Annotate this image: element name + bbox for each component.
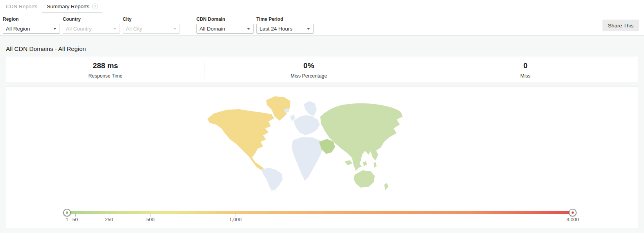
tab-cdn-reports[interactable]: CDN Reports (5, 0, 38, 13)
map-region-uk[interactable] (290, 114, 295, 121)
stat-miss: 0Miss (413, 56, 638, 82)
filter-time-period: Time PeriodLast 24 Hours (256, 16, 314, 34)
map-region-europe[interactable] (294, 115, 320, 135)
map-region-indochina[interactable] (370, 149, 378, 161)
map-region-south-america[interactable] (261, 168, 283, 191)
filter-label-region: Region (3, 16, 60, 22)
tab-cdn-reports-label: CDN Reports (6, 0, 37, 13)
map-region-australia[interactable] (354, 170, 375, 188)
chevron-down-icon (307, 28, 310, 30)
report-title: All CDN Domains - All Region (6, 45, 86, 52)
stat-response-time: 288 msResponse Time (6, 56, 205, 82)
slider-tick-label-1: 1 (66, 217, 69, 222)
stat-value-miss-percentage: 0% (303, 61, 314, 70)
heatmap-range-slider: 1502505001,0003,000 (67, 211, 573, 214)
chevron-down-icon (113, 28, 116, 30)
map-region-new-zealand[interactable] (384, 183, 388, 190)
filter-select-region[interactable]: All Region (3, 24, 60, 34)
map-panel: 1502505001,0003,000 (6, 86, 638, 228)
slider-handle-max[interactable] (569, 209, 577, 217)
slider-tick-mark (236, 214, 236, 217)
summary-stats-panel: 288 msResponse Time0%Miss Percentage0Mis… (6, 56, 638, 82)
filter-value-country: All Country (66, 26, 92, 32)
slider-tick-label-50: 50 (73, 217, 78, 222)
stat-value-miss: 0 (523, 61, 528, 70)
filter-label-cdn-domain: CDN Domain (196, 16, 254, 22)
map-region-africa[interactable] (292, 137, 323, 181)
close-tab-icon[interactable]: × (92, 4, 98, 9)
filter-divider (190, 17, 190, 35)
map-region-north-america[interactable] (207, 109, 274, 170)
chevron-down-icon (53, 28, 56, 30)
filter-label-city: City (123, 16, 180, 22)
filter-value-time-period: Last 24 Hours (259, 26, 292, 32)
slider-handle-dot (66, 211, 68, 214)
slider-tick-label-1-000: 1,000 (229, 217, 241, 222)
world-map (204, 92, 408, 191)
tab-bar: CDN Reports Summary Reports × (0, 0, 644, 13)
filter-select-country: All Country (63, 24, 120, 34)
slider-tick-label-3-000: 3,000 (566, 217, 579, 222)
filter-label-time-period: Time Period (256, 16, 314, 22)
filter-region: RegionAll Region (3, 16, 60, 34)
slider-handle-dot (571, 211, 574, 214)
filter-bar: RegionAll RegionCountryAll CountryCityAl… (0, 13, 644, 36)
filter-select-city: All City (123, 24, 180, 34)
stat-label-miss: Miss (521, 73, 531, 79)
slider-handle-min[interactable] (63, 209, 71, 217)
slider-tick-mark (109, 214, 109, 217)
share-this-button[interactable]: Share This (602, 20, 639, 31)
filter-select-cdn-domain[interactable]: All Domain (196, 24, 254, 34)
filter-cdn-domain: CDN DomainAll Domain (196, 16, 254, 34)
filter-country: CountryAll Country (63, 16, 120, 34)
slider-tick-label-250: 250 (105, 217, 113, 222)
filter-value-city: All City (126, 26, 142, 32)
stat-miss-percentage: 0%Miss Percentage (205, 56, 413, 82)
filter-label-country: Country (63, 16, 120, 22)
report-content: All CDN Domains - All Region 288 msRespo… (0, 36, 644, 233)
tab-summary-reports-label: Summary Reports (47, 0, 89, 13)
stat-label-miss-percentage: Miss Percentage (290, 73, 327, 79)
slider-track[interactable] (67, 211, 573, 214)
map-region-scandinavia[interactable] (304, 101, 317, 116)
filter-group: RegionAll RegionCountryAll CountryCityAl… (3, 16, 316, 35)
chevron-down-icon (247, 28, 250, 30)
filter-value-region: All Region (6, 26, 30, 32)
stat-value-response-time: 288 ms (93, 61, 118, 70)
filter-value-cdn-domain: All Domain (200, 26, 225, 32)
filter-select-time-period[interactable]: Last 24 Hours (256, 24, 314, 34)
stat-label-response-time: Response Time (88, 73, 122, 79)
tab-summary-reports[interactable]: Summary Reports × (45, 0, 99, 13)
slider-tick-label-500: 500 (146, 217, 154, 222)
slider-tick-mark (75, 214, 76, 217)
chevron-down-icon (173, 28, 176, 30)
slider-tick-mark (151, 214, 151, 217)
map-region-southeast-asia[interactable] (345, 160, 377, 168)
filter-city: CityAll City (123, 16, 180, 34)
map-region-asia[interactable] (320, 103, 403, 171)
